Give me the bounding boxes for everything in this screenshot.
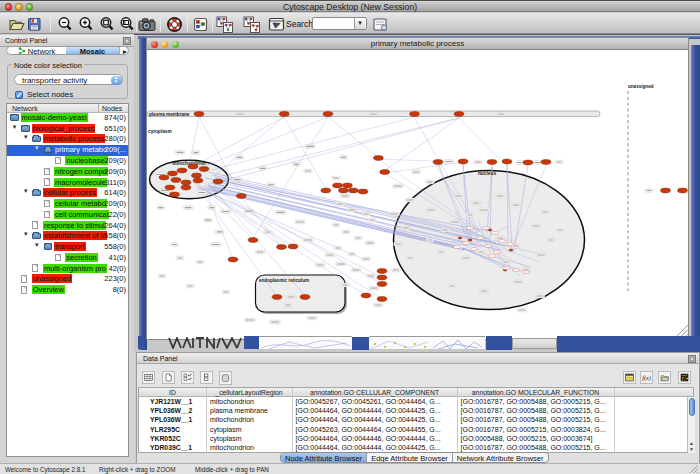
svg-text:endoplasmic reticulum: endoplasmic reticulum: [259, 278, 309, 283]
svg-text:plasma membrane: plasma membrane: [149, 112, 190, 117]
svg-text:nucleus: nucleus: [478, 171, 496, 176]
svg-text:cytoplasm: cytoplasm: [148, 129, 172, 134]
svg-text:f(x): f(x): [642, 374, 651, 382]
svg-text:unassigned: unassigned: [628, 84, 654, 89]
